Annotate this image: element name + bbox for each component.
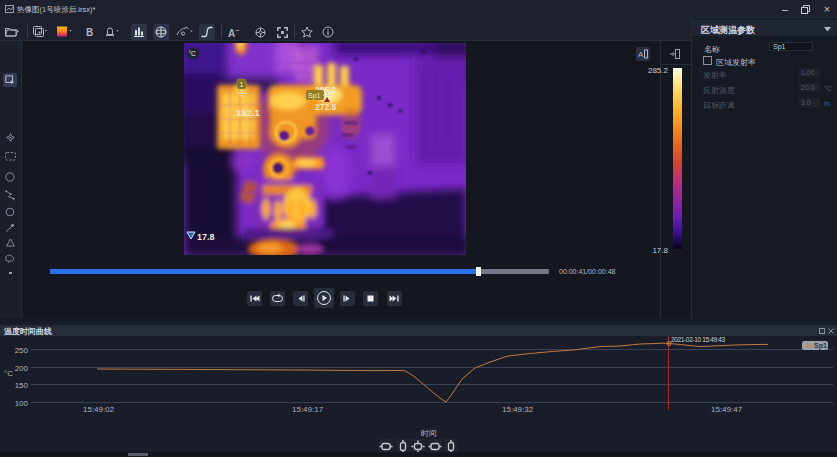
svg-text:°C: °C (189, 50, 197, 57)
svg-text:1: 1 (240, 81, 244, 88)
svg-text:A: A (638, 50, 644, 59)
svg-text:17.8: 17.8 (197, 232, 215, 242)
svg-text:272.8: 272.8 (315, 102, 337, 112)
svg-text:Sp1: Sp1 (308, 92, 321, 100)
svg-text:192.1: 192.1 (236, 107, 260, 118)
